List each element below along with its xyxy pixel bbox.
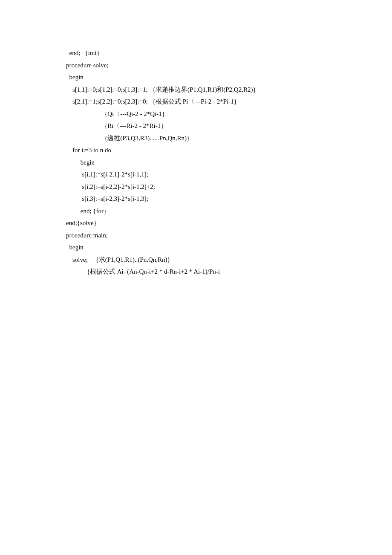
code-line: begin [66, 71, 349, 84]
code-line: s[1,1]:=0;s[1,2]:=0;s[1,3]:=1; {求递推边界(P1… [66, 84, 349, 96]
code-line: begin [66, 156, 349, 169]
code-line: {Qi〈---Qi-2 - 2*Qi-1} [66, 108, 349, 120]
code-line: for i:=3 to n do [66, 144, 349, 156]
code-line: s[i,1]:=s[i-2,1]-2*s[i-1,1]; [66, 168, 349, 181]
code-line: s[i,3]:=s[i-2,3]-2*s[i-1,3]; [66, 193, 349, 205]
code-line: procedure solve; [66, 59, 349, 72]
code-line: end; {init} [66, 47, 349, 59]
code-line: {根据公式 Ai=(An-Qn-i+2 * d-Rn-i+2 * Ai-1)/P… [66, 266, 349, 278]
code-line: s[i,2]:=s[i-2,2]-2*s[i-1,2]+2; [66, 181, 349, 193]
code-line: procedure main; [66, 229, 349, 242]
code-line: {Ri〈---Ri-2 - 2*Ri-1} [66, 120, 349, 132]
code-line: end; {for} [66, 205, 349, 217]
code-line: {递推(P3,Q3,R3)......Pn,Qn,Rn)} [66, 132, 349, 145]
code-page: end; {init} procedure solve; begin s[1,1… [0, 0, 392, 278]
code-line: solve; {求(P1,Q1,R1)..(Pn,Qn,Rn)} [66, 254, 349, 266]
code-line: begin [66, 241, 349, 254]
code-line: s[2,1]:=1;s[2,2]:=0;s[2,3]:=0; {根据公式 Pi〈… [66, 95, 349, 108]
code-line: end;{solve} [66, 217, 349, 229]
